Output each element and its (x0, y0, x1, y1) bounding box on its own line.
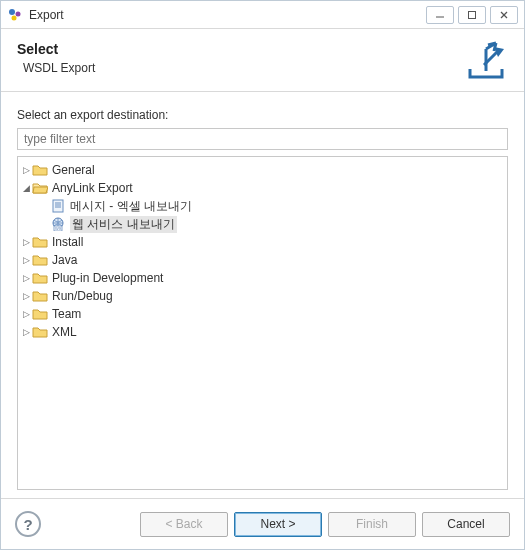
folder-icon (32, 325, 48, 339)
tree-container[interactable]: ▷ General ◢ AnyLink Export (17, 156, 508, 490)
tree-item-java[interactable]: ▷ Java (20, 251, 505, 269)
finish-button: Finish (328, 512, 416, 537)
tree-item-install[interactable]: ▷ Install (20, 233, 505, 251)
expand-icon[interactable]: ▷ (20, 165, 32, 175)
window-title: Export (29, 8, 426, 22)
svg-point-1 (16, 11, 21, 16)
content-area: Select an export destination: ▷ General … (1, 92, 524, 498)
svg-text:WS: WS (55, 226, 62, 231)
minimize-button[interactable] (426, 6, 454, 24)
folder-icon (32, 253, 48, 267)
tree-label: XML (52, 325, 77, 339)
folder-icon (32, 289, 48, 303)
globe-ws-icon: WS (50, 216, 66, 232)
expand-icon[interactable]: ▷ (20, 327, 32, 337)
tree-label: Install (52, 235, 83, 249)
titlebar: Export (1, 1, 524, 29)
svg-point-2 (12, 15, 17, 20)
expand-icon[interactable]: ▷ (20, 255, 32, 265)
export-dialog: Export Select WSDL Export (0, 0, 525, 550)
button-bar: ? < Back Next > Finish Cancel (1, 498, 524, 549)
folder-icon (32, 235, 48, 249)
banner-heading: Select (17, 41, 464, 57)
tree-item-xml[interactable]: ▷ XML (20, 323, 505, 341)
folder-icon (32, 163, 48, 177)
tree-item-team[interactable]: ▷ Team (20, 305, 505, 323)
tree-label: Java (52, 253, 77, 267)
document-icon (50, 198, 66, 214)
expand-icon[interactable]: ▷ (20, 309, 32, 319)
tree-label: Team (52, 307, 81, 321)
tree-label: 메시지 - 엑셀 내보내기 (70, 198, 192, 215)
back-button: < Back (140, 512, 228, 537)
expand-icon[interactable]: ▷ (20, 291, 32, 301)
wizard-banner: Select WSDL Export (1, 29, 524, 92)
tree-item-general[interactable]: ▷ General (20, 161, 505, 179)
tree-label: AnyLink Export (52, 181, 133, 195)
next-button[interactable]: Next > (234, 512, 322, 537)
maximize-button[interactable] (458, 6, 486, 24)
destination-label: Select an export destination: (17, 108, 508, 122)
export-icon (464, 41, 508, 81)
expand-icon[interactable]: ▷ (20, 273, 32, 283)
folder-icon (32, 307, 48, 321)
svg-rect-4 (469, 11, 476, 18)
tree-label: Plug-in Development (52, 271, 163, 285)
collapse-icon[interactable]: ◢ (20, 183, 32, 193)
window-controls (426, 6, 518, 24)
tree-label: 웹 서비스 내보내기 (70, 216, 177, 233)
filter-input[interactable] (17, 128, 508, 150)
help-button[interactable]: ? (15, 511, 41, 537)
tree-item-web-service-export[interactable]: WS 웹 서비스 내보내기 (38, 215, 505, 233)
cancel-button[interactable]: Cancel (422, 512, 510, 537)
folder-icon (32, 271, 48, 285)
tree-label: General (52, 163, 95, 177)
tree-label: Run/Debug (52, 289, 113, 303)
banner-subtitle: WSDL Export (17, 61, 464, 75)
svg-rect-9 (53, 200, 63, 212)
folder-open-icon (32, 181, 48, 195)
close-button[interactable] (490, 6, 518, 24)
tree-item-msg-excel-export[interactable]: 메시지 - 엑셀 내보내기 (38, 197, 505, 215)
help-icon: ? (23, 516, 32, 533)
export-tree: ▷ General ◢ AnyLink Export (20, 161, 505, 341)
tree-item-plugin-development[interactable]: ▷ Plug-in Development (20, 269, 505, 287)
tree-item-anylink-export[interactable]: ◢ AnyLink Export (20, 179, 505, 233)
expand-icon[interactable]: ▷ (20, 237, 32, 247)
tree-item-run-debug[interactable]: ▷ Run/Debug (20, 287, 505, 305)
svg-point-0 (9, 9, 15, 15)
app-icon (7, 7, 23, 23)
